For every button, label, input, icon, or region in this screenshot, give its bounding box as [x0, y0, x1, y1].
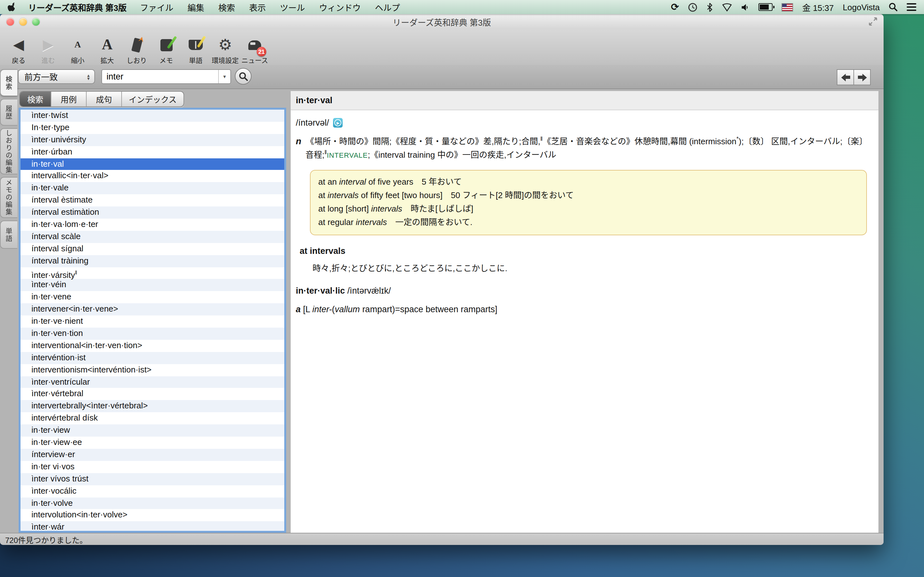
- list-item[interactable]: in·ter·volve: [21, 497, 284, 509]
- list-item[interactable]: in·ter·ven·tion: [21, 327, 284, 340]
- font-larger-button[interactable]: A 拡大: [94, 34, 121, 65]
- example-line: at an interval of five years 5 年おいて: [318, 175, 859, 188]
- tab-成句[interactable]: 成句: [87, 92, 122, 106]
- list-item[interactable]: intervéntion·ist: [21, 352, 284, 364]
- bluetooth-icon[interactable]: [707, 2, 713, 12]
- title-bar[interactable]: リーダーズ英和辞典 第3版: [0, 14, 884, 30]
- list-item[interactable]: in·ter·va·lom·e·ter: [21, 219, 284, 231]
- apple-menu[interactable]: [8, 2, 17, 12]
- side-tab-メモの編集[interactable]: メモの編集: [0, 177, 17, 218]
- menu-ツール[interactable]: ツール: [273, 3, 312, 13]
- menu-編集[interactable]: 編集: [180, 3, 211, 13]
- bookmark-button[interactable]: しおり: [123, 34, 150, 65]
- input-flag-icon[interactable]: [782, 3, 793, 11]
- example-line: at long [short] intervals 時たま[しばしば]: [318, 201, 859, 215]
- search-mode-value: 前方一致: [24, 71, 58, 83]
- list-item[interactable]: intervértebral dísk: [21, 413, 284, 425]
- list-item[interactable]: interventionism<intervéntion·ist>: [21, 364, 284, 376]
- list-item[interactable]: ínterval scàle: [21, 231, 284, 243]
- list-item[interactable]: ìnter·univérsity: [21, 134, 284, 146]
- list-item[interactable]: in·ter·vene: [21, 292, 284, 303]
- menu-app-name[interactable]: リーダーズ英和辞典 第3版: [28, 1, 126, 13]
- menu-表示[interactable]: 表示: [242, 3, 273, 13]
- list-item[interactable]: ínterview·er: [21, 449, 284, 461]
- list-item[interactable]: intervallic<in·ter·val>: [21, 170, 284, 182]
- back-button[interactable]: ◀ 戻る: [5, 34, 32, 65]
- font-smaller-button[interactable]: A 縮小: [64, 34, 91, 65]
- examples-box: at an interval of five years 5 年おいてat in…: [310, 169, 867, 235]
- window-controls: [6, 18, 40, 26]
- menu-ウィンドウ[interactable]: ウィンドウ: [312, 3, 368, 13]
- volume-icon[interactable]: [741, 2, 750, 12]
- minimize-button[interactable]: [19, 18, 27, 26]
- list-item[interactable]: In·ter·type: [21, 122, 284, 134]
- list-item[interactable]: in·ter·view: [21, 424, 284, 437]
- gear-icon: ⚙: [218, 37, 232, 53]
- list-item[interactable]: intervolution<in·ter·volve>: [21, 509, 284, 522]
- vendor-menu[interactable]: LogoVista: [843, 2, 880, 12]
- side-tab-履歴[interactable]: 履歴: [0, 99, 17, 126]
- list-item[interactable]: in·ter·ve·nient: [21, 316, 284, 327]
- entry-pane: in·ter·val /íntərvəl/ ▶ n《場所・時間の》間隔;《程度・…: [291, 91, 879, 533]
- search-mode-select[interactable]: 前方一致 ▲▼: [18, 69, 95, 84]
- spotlight-icon[interactable]: [889, 2, 898, 12]
- list-item[interactable]: ìnter·véin: [21, 279, 284, 292]
- list-item[interactable]: intervertebrally<ìnter·vértebral>: [21, 400, 284, 413]
- list-item[interactable]: in·ter vi·vos: [21, 461, 284, 473]
- zoom-button[interactable]: [32, 18, 40, 26]
- search-button[interactable]: [235, 68, 252, 85]
- fullscreen-icon[interactable]: [869, 17, 877, 27]
- list-item[interactable]: ínterval estimàtion: [21, 206, 284, 219]
- list-item[interactable]: ìnter·vocálic: [21, 485, 284, 497]
- window-title: リーダーズ英和辞典 第3版: [393, 16, 491, 28]
- memo-button[interactable]: メモ: [153, 34, 180, 65]
- news-button[interactable]: 21 ニュース: [241, 34, 268, 65]
- menu-items: ファイル編集検索表示ツールウィンドウヘルプ: [133, 1, 407, 13]
- list-item[interactable]: ìnter·vársity‖: [21, 267, 284, 279]
- notification-center-icon[interactable]: [907, 2, 916, 12]
- close-button[interactable]: [6, 18, 14, 26]
- forward-button[interactable]: ▶ 進む: [35, 34, 61, 65]
- entry-nav-arrows: [837, 69, 871, 85]
- side-tab-検索[interactable]: 検索: [0, 69, 17, 96]
- list-item[interactable]: ìnter·ventrícular: [21, 376, 284, 388]
- menu-ヘルプ[interactable]: ヘルプ: [368, 3, 407, 13]
- menu-ファイル[interactable]: ファイル: [133, 3, 180, 13]
- side-tab-単語[interactable]: 単語: [0, 221, 17, 249]
- list-item[interactable]: ínterval èstimate: [21, 194, 284, 206]
- wifi-icon[interactable]: [722, 2, 732, 12]
- entry-headword: in·ter·val: [296, 95, 333, 105]
- status-bar: 720件見つかりました。: [0, 533, 884, 545]
- battery-icon[interactable]: [759, 3, 773, 11]
- side-tab-しおりの編集[interactable]: しおりの編集: [0, 128, 17, 174]
- tab-用例[interactable]: 用例: [51, 92, 87, 106]
- list-item[interactable]: ínterval tràining: [21, 255, 284, 267]
- list-item[interactable]: ìnter vívos trúst: [21, 473, 284, 485]
- list-item[interactable]: ìnter·wár: [21, 522, 284, 533]
- tab-検索[interactable]: 検索: [20, 92, 51, 106]
- result-list[interactable]: ìnter·twístIn·ter·typeìnter·univérsityìn…: [19, 108, 286, 533]
- prev-entry-button[interactable]: [837, 69, 854, 85]
- menu-clock[interactable]: 金 15:37: [803, 1, 834, 13]
- list-item[interactable]: in·ter·view·ee: [21, 437, 284, 449]
- list-item[interactable]: intervener<in·ter·vene>: [21, 303, 284, 316]
- list-item[interactable]: in·ter·val: [21, 158, 284, 170]
- menu-検索[interactable]: 検索: [211, 3, 242, 13]
- list-item[interactable]: ìnter·vértebral: [21, 388, 284, 400]
- next-entry-button[interactable]: [854, 69, 871, 85]
- tab-インデックス[interactable]: インデックス: [122, 92, 184, 106]
- list-item[interactable]: in·ter·vale: [21, 182, 284, 195]
- search-history-dropdown[interactable]: ▼: [218, 70, 230, 83]
- pronunciation: /íntərvəl/: [296, 118, 329, 127]
- word-button[interactable]: 単語: [182, 34, 209, 65]
- time-machine-icon[interactable]: [688, 2, 698, 12]
- list-item[interactable]: ìnter·twíst: [21, 110, 284, 122]
- list-item[interactable]: ìnter·úrban: [21, 146, 284, 158]
- preferences-button[interactable]: ⚙ 環境設定: [212, 34, 239, 65]
- derived-headword-row: in·ter·val·lic /ìntərvǽlɪk/: [296, 285, 872, 295]
- audio-play-button[interactable]: ▶: [333, 118, 342, 127]
- list-item[interactable]: ínterval sígnal: [21, 243, 284, 255]
- search-input[interactable]: inter ▼: [102, 69, 231, 84]
- list-item[interactable]: interventional<in·ter·ven·tion>: [21, 340, 284, 352]
- sync-icon[interactable]: ⟳: [671, 2, 679, 12]
